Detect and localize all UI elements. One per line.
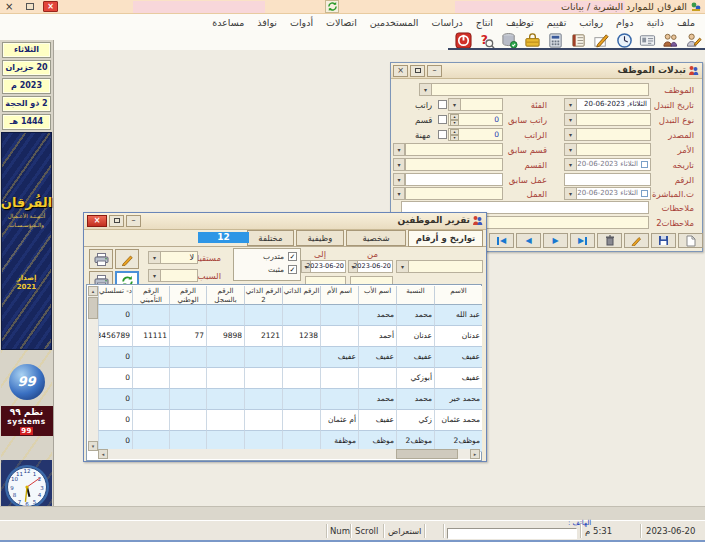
table-cell[interactable] [282,347,320,368]
table-cell[interactable]: 0 [98,389,132,410]
to-date-picker[interactable]: ▾2023-06-20 [301,260,346,273]
column-header[interactable]: الرقم الذاتي [282,286,320,305]
table-cell[interactable] [169,305,206,326]
table-cell[interactable]: محمد [396,389,434,410]
spinner-arrows-icon[interactable]: ▴▾ [450,129,459,140]
table-cell[interactable] [244,389,282,410]
table-row[interactable]: محمد عثمانزكيعفيفأم عثمان0 [98,410,482,431]
database-button[interactable] [500,31,519,49]
prev-work-input[interactable] [405,173,503,186]
table-cell[interactable]: عدنان [434,326,482,347]
table-cell[interactable] [244,410,282,431]
table-cell[interactable] [282,368,320,389]
maximize-button[interactable] [410,65,425,77]
calendar-dropdown-icon[interactable]: ▾ [565,188,577,199]
refresh-icon[interactable] [325,0,339,13]
date-checkbox[interactable] [641,190,648,197]
table-cell[interactable]: 9898 [206,326,244,347]
confirmed-checkbox[interactable]: ✓ [288,265,297,274]
chevron-down-icon[interactable]: ▾ [565,114,577,125]
menu-item[interactable]: ذاتية [646,17,663,28]
edit-record-button[interactable] [624,233,649,248]
chevron-down-icon[interactable]: ▾ [394,174,405,185]
table-cell[interactable]: 0 [98,347,132,368]
table-cell[interactable] [169,410,206,431]
table-cell[interactable] [358,368,396,389]
table-cell[interactable] [282,389,320,410]
calendar-dropdown-icon[interactable]: ▾ [565,159,577,170]
table-cell[interactable]: عدنان [396,326,434,347]
chevron-down-icon[interactable]: ▾ [397,261,409,272]
column-header[interactable]: د- تسلسلي [98,286,132,305]
table-cell[interactable]: عفيف [320,347,358,368]
delete-record-button[interactable] [597,233,622,248]
minimize-button[interactable]: – [427,65,442,77]
table-cell[interactable] [320,326,358,347]
table-cell[interactable] [132,389,169,410]
table-cell[interactable]: محمد [396,305,434,326]
menu-item[interactable]: مساعدة [212,17,244,28]
chevron-down-icon[interactable]: ▾ [394,188,405,199]
chevron-down-icon[interactable]: ▾ [565,144,577,155]
table-cell[interactable]: محمد [358,389,396,410]
scroll-up-icon[interactable]: ▴ [88,286,98,296]
toolbox-button[interactable] [523,31,542,49]
prev-dept-field[interactable] [405,143,503,156]
employee-changes-titlebar[interactable]: × – تبدلات الموظف [391,63,702,79]
clock-button[interactable] [615,31,634,49]
table-cell[interactable]: عفيف [434,368,482,389]
edit-button[interactable] [115,249,139,269]
column-header[interactable]: اسم الأم [320,286,358,305]
table-cell[interactable] [132,410,169,431]
table-cell[interactable] [169,389,206,410]
table-cell[interactable]: أم عثمان [320,410,358,431]
column-header[interactable]: الرقم التأميني [132,286,169,305]
pen-button[interactable] [592,31,611,49]
column-header[interactable]: الرقم الذاتي 2 [244,286,282,305]
table-cell[interactable] [320,368,358,389]
dept-dropdown[interactable]: ▾ [393,158,405,171]
table-cell[interactable] [132,368,169,389]
from-date-picker[interactable]: ▾2023-06-20 [348,260,393,273]
table-cell[interactable] [282,305,320,326]
chevron-down-icon[interactable]: ▾ [149,270,161,281]
trainee-checkbox[interactable]: ✓ [288,252,297,261]
table-cell[interactable]: 123456789 [98,326,132,347]
table-cell[interactable] [206,305,244,326]
calculator-button[interactable] [546,31,565,49]
column-header[interactable]: الرقم بالسجل [206,286,244,305]
change-type-combobox[interactable]: ▾ [564,113,651,126]
chevron-down-icon[interactable]: ▾ [149,252,161,263]
scroll-left-icon[interactable]: ◂ [98,449,108,459]
chevron-down-icon[interactable]: ▾ [449,99,461,110]
column-header[interactable]: الاسم [434,286,482,305]
table-cell[interactable]: محمد خير [434,389,482,410]
menu-item[interactable]: تقييم [547,17,567,28]
dept-field[interactable] [405,158,503,171]
employees-report-titlebar[interactable]: × – تقرير الموظفين [84,213,486,230]
table-cell[interactable] [320,389,358,410]
chevron-down-icon[interactable]: ▾ [394,159,405,170]
table-cell[interactable]: زكي [396,410,434,431]
table-cell[interactable]: 0 [98,368,132,389]
date-checkbox[interactable] [641,161,648,168]
maximize-button[interactable] [109,215,124,227]
table-cell[interactable] [206,389,244,410]
employee-combobox[interactable]: ▾ [419,83,649,96]
filter-combobox[interactable]: ▾ [396,260,483,273]
table-cell[interactable]: عفيف [434,347,482,368]
table-cell[interactable] [132,305,169,326]
scroll-right-icon[interactable]: ▸ [470,449,480,459]
reason-combobox[interactable]: ▾ [148,269,198,282]
scrollbar-thumb[interactable] [88,297,98,319]
table-cell[interactable] [169,347,206,368]
tab-misc[interactable]: مختلفة [247,230,294,246]
order-combobox[interactable]: ▾ [564,143,651,156]
table-cell[interactable]: 77 [169,326,206,347]
close-document-button[interactable]: × [43,1,58,12]
table-row[interactable]: عفيفأبوزكي0 [98,368,482,389]
table-row[interactable]: عفيفعفيفعفيفعفيف0 [98,347,482,368]
table-cell[interactable]: عفيف [358,347,396,368]
source-combobox[interactable]: ▾ [564,128,651,141]
close-button[interactable]: × [393,65,408,77]
